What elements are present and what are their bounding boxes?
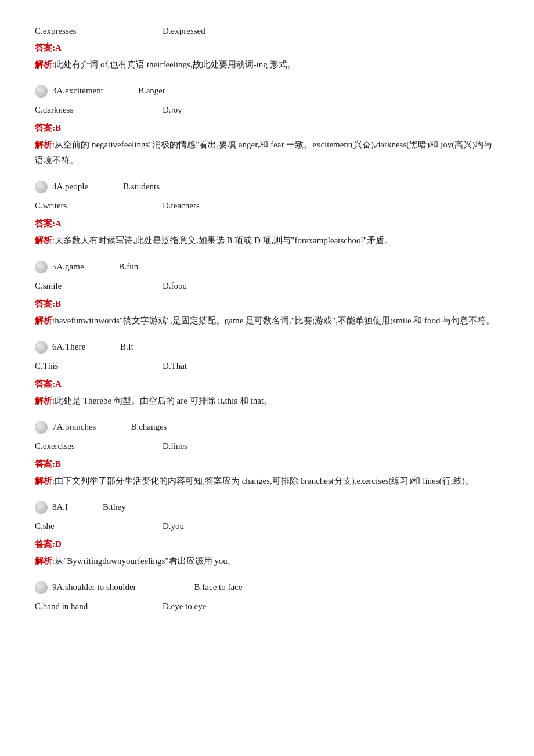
question-7-analysis-text: 由下文列举了部分生活变化的内容可知,答案应为 changes,可排除 branc… (55, 476, 474, 485)
question-7-analysis-label: 解析 (35, 476, 52, 485)
intro-option-d: D.expressed (163, 23, 205, 39)
intro-options-row1: C.expresses D.expressed (35, 23, 499, 39)
question-5-analysis-label: 解析 (35, 316, 52, 325)
question-4-header: 4A.people B.students (35, 179, 499, 195)
question-4-analysis: 解析:大多数人有时候写诗,此处是泛指意义,如果选 B 项或 D 项,则与"for… (35, 233, 499, 249)
question-3-optionb: B.anger (138, 83, 165, 99)
question-3-label: 3A.excitement (52, 83, 103, 99)
question-4-optiond: D.teachers (163, 198, 200, 214)
question-9-header: 9A.shoulder to shoulder B.face to face (35, 579, 499, 595)
question-8-section: 8A.I B.they C.she D.you 答案:D 解析:从"Bywrit… (35, 499, 499, 569)
question-5-section: 5A.game B.fun C.smile D.food 答案:B 解析:hav… (35, 259, 499, 329)
question-6-answer: 答案:A (35, 376, 499, 392)
question-4-section: 4A.people B.students C.writers D.teacher… (35, 179, 499, 249)
question-8-analysis-text: 从"Bywritingdownyourfeelings"看出应该用 you。 (55, 556, 236, 566)
question-4-row2: C.writers D.teachers (35, 198, 499, 214)
question-8-analysis-label: 解析 (35, 556, 52, 566)
question-4-optionb: B.students (123, 179, 160, 195)
question-5-icon (35, 261, 48, 273)
question-6-section: 6A.There B.It C.This D.That 答案:A 解析:此处是 … (35, 339, 499, 409)
question-5-analysis: 解析:havefunwithwords"搞文字游戏",是固定搭配。game 是可… (35, 313, 499, 329)
question-3-analysis-label: 解析 (35, 140, 52, 149)
question-6-analysis-text: 此处是 Therebe 句型。由空后的 are 可排除 it,this 和 th… (55, 396, 272, 405)
question-6-optionb: B.It (120, 339, 134, 355)
question-3-answer: 答案:B (35, 120, 499, 136)
question-8-header: 8A.I B.they (35, 499, 499, 515)
question-5-answer: 答案:B (35, 296, 499, 312)
question-8-optionc: C.she (35, 519, 163, 534)
question-9-label: 9A.shoulder to shoulder (52, 579, 136, 595)
question-3-analysis-text: 从空前的 negativefeelings"消极的情感"看出,要填 anger,… (35, 140, 492, 165)
question-3-row2: C.darkness D.joy (35, 102, 499, 118)
question-9-optionc: C.hand in hand (35, 599, 163, 614)
question-8-answer: 答案:D (35, 537, 499, 552)
question-6-header: 6A.There B.It (35, 339, 499, 355)
question-6-analysis-label: 解析 (35, 396, 52, 405)
question-5-optiond: D.food (163, 278, 187, 294)
question-8-optiond: D.you (163, 519, 184, 534)
question-8-row2: C.she D.you (35, 519, 499, 534)
question-3-header: 3A.excitement B.anger (35, 83, 499, 99)
question-3-optiond: D.joy (163, 102, 182, 118)
question-6-row2: C.This D.That (35, 358, 499, 374)
question-6-optiond: D.That (163, 358, 187, 374)
question-7-optiond: D.lines (163, 438, 187, 454)
question-7-header: 7A.branches B.changes (35, 419, 499, 435)
question-9-row2: C.hand in hand D.eye to eye (35, 599, 499, 614)
question-7-icon (35, 421, 48, 434)
question-9-icon (35, 581, 48, 594)
intro-analysis: 解析:此处有介词 of,也有宾语 theirfeelings,故此处要用动词-i… (35, 57, 499, 73)
question-6-optionc: C.This (35, 358, 163, 374)
question-7-optionb: B.changes (131, 419, 167, 435)
question-7-analysis: 解析:由下文列举了部分生活变化的内容可知,答案应为 changes,可排除 br… (35, 473, 499, 489)
question-5-optionb: B.fun (119, 259, 139, 275)
question-4-answer: 答案:A (35, 216, 499, 232)
question-5-optionc: C.smile (35, 278, 163, 294)
question-7-row2: C.exercises D.lines (35, 438, 499, 454)
question-5-row2: C.smile D.food (35, 278, 499, 294)
question-8-label: 8A.I (52, 499, 68, 515)
question-4-icon (35, 181, 48, 193)
question-5-analysis-text: havefunwithwords"搞文字游戏",是固定搭配。game 是可数名词… (55, 316, 495, 325)
intro-analysis-text: 此处有介词 of,也有宾语 theirfeelings,故此处要用动词-ing … (55, 60, 295, 69)
question-3-analysis: 解析:从空前的 negativefeelings"消极的情感"看出,要填 ang… (35, 137, 499, 168)
question-3-icon (35, 85, 48, 98)
intro-section: C.expresses D.expressed 答案:A 解析:此处有介词 of… (35, 23, 499, 73)
question-3-section: 3A.excitement B.anger C.darkness D.joy 答… (35, 83, 499, 168)
question-6-label: 6A.There (52, 339, 85, 355)
question-7-answer: 答案:B (35, 456, 499, 472)
question-4-analysis-text: 大多数人有时候写诗,此处是泛指意义,如果选 B 项或 D 项,则与"forexa… (55, 236, 393, 245)
question-9-optionb: B.face to face (194, 579, 243, 595)
question-7-label: 7A.branches (52, 419, 96, 435)
question-5-label: 5A.game (52, 259, 84, 275)
question-6-icon (35, 341, 48, 354)
question-3-optionc: C.darkness (35, 102, 163, 118)
question-6-analysis: 解析:此处是 Therebe 句型。由空后的 are 可排除 it,this 和… (35, 393, 499, 409)
question-8-optionb: B.they (103, 499, 126, 515)
question-8-analysis: 解析:从"Bywritingdownyourfeelings"看出应该用 you… (35, 553, 499, 569)
question-8-icon (35, 501, 48, 514)
question-7-section: 7A.branches B.changes C.exercises D.line… (35, 419, 499, 489)
question-5-header: 5A.game B.fun (35, 259, 499, 275)
question-4-analysis-label: 解析 (35, 236, 52, 245)
question-4-optionc: C.writers (35, 198, 163, 214)
question-4-label: 4A.people (52, 179, 88, 195)
intro-option-c: C.expresses (35, 23, 163, 39)
question-9-optiond: D.eye to eye (163, 599, 206, 614)
intro-analysis-label: 解析 (35, 60, 52, 69)
question-7-optionc: C.exercises (35, 438, 163, 454)
intro-answer: 答案:A (35, 40, 499, 56)
question-9-section: 9A.shoulder to shoulder B.face to face C… (35, 579, 499, 614)
